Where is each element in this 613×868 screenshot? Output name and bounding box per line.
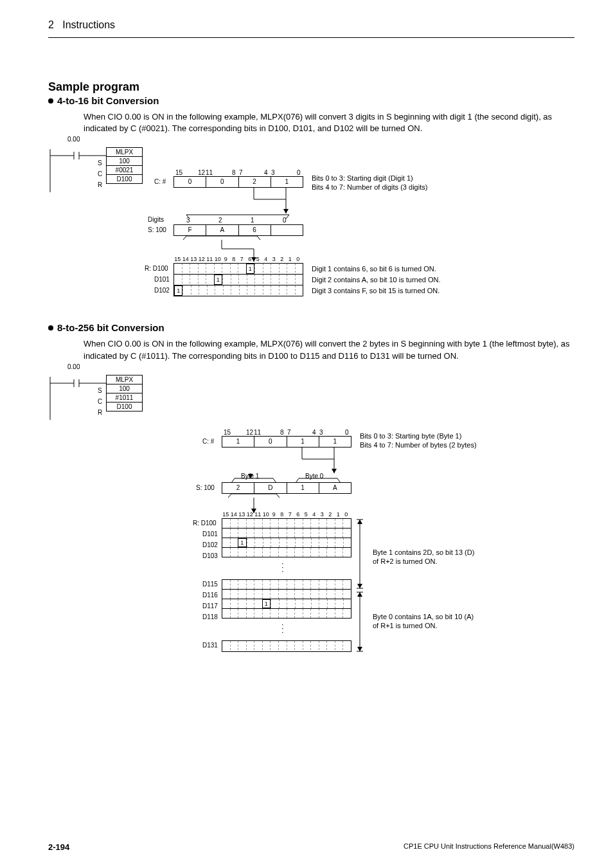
header-rule (48, 37, 574, 38)
ladder-instruction-box: MLPX 100 #0021 D100 (106, 147, 143, 184)
range-arrows-icon (353, 516, 379, 658)
page-header: 2 Instructions (0, 19, 613, 37)
sec1-heading: 4-to-16 bit Conversion (48, 95, 574, 106)
result-grid-top: 1 (222, 518, 351, 557)
sec2-paragraph: When CIO 0.00 is ON in the following exa… (84, 338, 574, 361)
sec1-paragraph: When CIO 0.00 is ON in the following exa… (84, 111, 574, 134)
svg-marker-8 (283, 209, 289, 213)
bullet-icon (48, 325, 53, 330)
page-footer: 2-194 CP1E CPU Unit Instructions Referen… (48, 842, 574, 852)
c-value-row: 0 0 2 1 (173, 176, 303, 188)
chapter-num: 2 (48, 19, 54, 30)
page-number: 2-194 (48, 842, 69, 852)
result-grid-bot (222, 640, 351, 652)
sample-program-heading: Sample program (48, 80, 574, 94)
svg-marker-32 (357, 592, 362, 597)
ladder-rung-icon (45, 138, 161, 208)
arrows-c-to-s (173, 188, 341, 226)
svg-marker-28 (357, 584, 362, 588)
svg-marker-27 (357, 520, 362, 524)
bullet-icon (48, 98, 53, 104)
sec2-heading: 8-to-256 bit Conversion (48, 322, 574, 333)
result-grid: 1 1 1 (173, 263, 303, 296)
ladder-rung-icon (45, 365, 161, 436)
manual-title: CP1E CPU Unit Instructions Reference Man… (404, 842, 574, 850)
ladder-addr: 0.00 (67, 136, 80, 143)
ladder-instruction-box: MLPX 100 #1011 D100 (106, 375, 143, 411)
ellipsis-icon: ··· (281, 622, 284, 634)
s-value-row2: 2 D 1 A (222, 482, 351, 494)
chapter-title: Instructions (62, 19, 115, 30)
ellipsis-icon: ··· (281, 561, 284, 573)
c-value-row: 1 0 1 1 (222, 436, 351, 448)
s-value-row: F A 6 (173, 224, 303, 236)
svg-marker-21 (332, 469, 337, 473)
result-grid-mid: 1 (222, 579, 351, 619)
ladder-addr: 0.00 (67, 363, 80, 370)
svg-marker-33 (357, 647, 362, 651)
